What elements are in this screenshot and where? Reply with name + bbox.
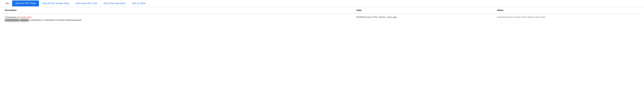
nav-item-view-as-json[interactable]: View as JSON bbox=[129, 0, 149, 7]
table-row: Compacting o in proble_table ██████████ … bbox=[2, 13, 642, 24]
table-header-row: Description State Status bbox=[2, 7, 642, 13]
description-suffix: ,1476926961117.cd92065027e79e3501798d446… bbox=[29, 19, 82, 21]
description-cell: Compacting o in proble_table ██████████ … bbox=[2, 13, 354, 24]
nav-item-tasks-truncated[interactable]: isks bbox=[2, 0, 12, 7]
col-header-state: State bbox=[354, 7, 494, 13]
status-cell: Compacting store c (since 67hrs, 56mins,… bbox=[494, 13, 642, 24]
description-highlight: proble_table bbox=[20, 16, 32, 18]
col-header-status: Status bbox=[494, 7, 642, 13]
state-value: RUNNING (since 67hrs, 56mins, 12sec ago) bbox=[356, 16, 397, 18]
nav-item-show-all-rpc[interactable]: Show All RPC Handler Tasks bbox=[39, 0, 72, 7]
nav-item-show-client-ops[interactable]: Show Client Operations bbox=[100, 0, 129, 7]
status-value: Compacting store c (since 67hrs, 56mins,… bbox=[497, 16, 546, 18]
main-table-container: Description State Status Compacting o in… bbox=[0, 7, 644, 24]
nav-item-show-active-rpc[interactable]: Show Active RPC Calls bbox=[72, 0, 100, 7]
nav-bar: isks Show non-RPC Tasks Show All RPC Han… bbox=[0, 0, 644, 7]
col-header-description: Description bbox=[2, 7, 354, 13]
description-prefix: Compacting o in bbox=[5, 16, 20, 18]
nav-item-show-non-rpc[interactable]: Show non-RPC Tasks bbox=[12, 0, 39, 6]
description-blurred: ██████████ ██████ bbox=[5, 19, 29, 21]
state-cell: RUNNING (since 67hrs, 56mins, 12sec ago) bbox=[354, 13, 494, 24]
tasks-table: Description State Status Compacting o in… bbox=[2, 7, 642, 24]
